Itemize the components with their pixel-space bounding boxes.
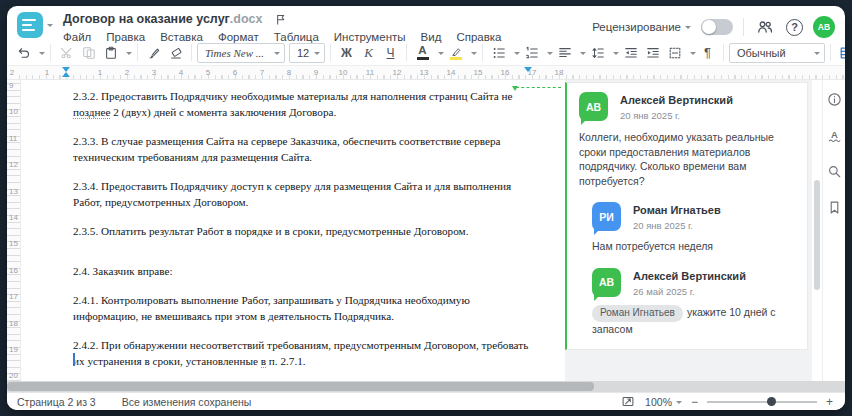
font-size-select[interactable]: 12 <box>289 43 325 63</box>
ruler-number: 15 <box>9 239 18 248</box>
doc-paragraph[interactable]: 2.3.4. Предоставить Подрядчику доступ к … <box>73 178 551 210</box>
comment-avatar: АВ <box>592 268 621 297</box>
undo-button[interactable] <box>13 42 34 64</box>
paragraph-border-caret-icon[interactable] <box>690 52 696 58</box>
doc-paragraph[interactable]: 2.4.1. Контролировать выполнение Работ, … <box>73 292 551 324</box>
doc-text-run: 2.3.3. В случае размещения Сайта на серв… <box>73 135 501 147</box>
spellcheck-icon[interactable]: А <box>823 124 845 146</box>
comment-thread[interactable]: АВАлексей Вертинский20 янв 2025 г.Коллег… <box>565 82 808 350</box>
ruler-number: 2 <box>10 68 14 77</box>
collaborators-icon[interactable] <box>754 16 776 38</box>
underline-button[interactable]: Ч <box>380 42 401 64</box>
paragraph-style-select[interactable]: Обычный <box>729 43 825 63</box>
comments-scrollbar[interactable] <box>812 80 822 381</box>
desktop-background: Договор на оказание услуг .docx Файл Пра… <box>0 0 852 416</box>
line-spacing-button[interactable] <box>587 42 608 64</box>
document-info-icon[interactable] <box>823 88 845 110</box>
zoom-controls: 100% − + <box>620 395 833 409</box>
comment[interactable]: АВАлексей Вертинский20 янв 2025 г.Коллег… <box>579 92 797 188</box>
status-bar: Страница 2 из 3 Все изменения сохранены … <box>7 392 845 410</box>
logo-caret-icon[interactable] <box>47 24 53 30</box>
zoom-level-select[interactable]: 100% <box>645 396 682 408</box>
bookmark-icon[interactable] <box>823 196 845 218</box>
ruler-number: 9 <box>314 68 318 77</box>
horizontal-scrollbar[interactable] <box>7 381 845 392</box>
increase-indent-button[interactable] <box>642 42 663 64</box>
undo-caret-icon[interactable] <box>39 52 45 58</box>
comment-author: Алексей Вертинский <box>633 268 746 282</box>
page-counter[interactable]: Страница 2 из 3 <box>17 396 96 408</box>
doc-paragraph[interactable]: 2.4. Заказчик вправе: <box>73 263 551 279</box>
document-text[interactable]: 2.3.2. Предоставить Подрядчику необходим… <box>21 80 565 369</box>
ruler-number: 18 <box>555 68 564 77</box>
copy-button[interactable] <box>78 42 99 64</box>
review-mode-dropdown[interactable]: Рецензирование <box>592 21 691 33</box>
doc-text-run: 2.4.1. Контролировать выполнение Работ, … <box>73 294 470 306</box>
ruler-number: 9 <box>9 81 13 90</box>
vertical-ruler[interactable]: 91011121314151617181920 <box>7 80 21 381</box>
zoom-out-button[interactable]: − <box>691 397 698 407</box>
ruler-number: 4 <box>179 68 183 77</box>
paragraph-border-button[interactable] <box>664 42 685 64</box>
ruler-number: 12 <box>9 160 18 169</box>
doc-paragraph[interactable]: 2.3.5. Оплатить результат Работ в порядк… <box>73 223 551 239</box>
doc-text-run: 2 (двух) дней с момента заключения Догов… <box>110 106 336 118</box>
app-logo-icon[interactable] <box>17 12 43 38</box>
zoom-slider[interactable] <box>707 401 817 403</box>
ruler-number: 1 <box>98 68 102 77</box>
show-formatting-marks-button[interactable]: ¶ <box>697 42 718 64</box>
bullet-list-button[interactable] <box>488 42 509 64</box>
highlight-caret-icon[interactable] <box>471 52 477 58</box>
ruler-number: 18 <box>9 319 18 328</box>
bold-button[interactable]: Ж <box>336 42 357 64</box>
ruler-number: 7 <box>260 68 264 77</box>
numbered-list-button[interactable] <box>521 42 542 64</box>
cut-button[interactable] <box>56 42 77 64</box>
review-toggle[interactable] <box>701 19 733 35</box>
paste-caret-icon[interactable] <box>126 52 132 58</box>
doc-paragraph[interactable]: 2.3.2. Предоставить Подрядчику необходим… <box>73 88 551 120</box>
doc-paragraph[interactable]: 2.4.2. При обнаружении несоответствий тр… <box>73 337 551 369</box>
formatting-toolbar: Times New ... 12 Ж К Ч А <box>7 40 845 66</box>
italic-button[interactable]: К <box>358 42 379 64</box>
numbered-list-caret-icon[interactable] <box>547 52 553 58</box>
save-status: Все изменения сохранены <box>122 396 252 408</box>
ruler-number: 13 <box>420 68 429 77</box>
document-page[interactable]: 2.3.2. Предоставить Подрядчику необходим… <box>21 80 565 381</box>
comment-text: Коллеги, необходимо указать реальные сро… <box>579 130 797 188</box>
fit-page-icon[interactable] <box>620 395 636 409</box>
font-color-button[interactable]: А <box>412 42 433 64</box>
format-painter-button[interactable] <box>143 42 164 64</box>
comment-date: 20 янв 2025 г. <box>633 220 721 231</box>
highlight-color-button[interactable] <box>445 42 466 64</box>
horizontal-ruler[interactable]: 21123456789101112131415161718 <box>7 66 845 80</box>
mention-pill[interactable]: Роман Игнатьев <box>592 305 683 323</box>
user-avatar[interactable]: АВ <box>813 16 835 38</box>
zoom-in-button[interactable]: + <box>826 397 833 407</box>
line-spacing-caret-icon[interactable] <box>613 52 619 58</box>
search-icon[interactable] <box>823 160 845 182</box>
favorite-flag-icon[interactable] <box>274 13 287 26</box>
font-family-select[interactable]: Times New ... <box>197 43 285 63</box>
hanging-indent-marker[interactable] <box>62 68 70 77</box>
font-color-caret-icon[interactable] <box>438 52 444 58</box>
comments-panel: АВАлексей Вертинский20 янв 2025 г.Коллег… <box>565 80 812 381</box>
comment-reply[interactable]: РИРоман Игнатьев20 янв 2025 г.Нам потреб… <box>592 202 797 254</box>
align-caret-icon[interactable] <box>580 52 586 58</box>
zoom-slider-thumb[interactable] <box>767 397 776 406</box>
comment-anchor-line <box>516 87 561 88</box>
ruler-number: 16 <box>501 68 510 77</box>
bullet-list-caret-icon[interactable] <box>514 52 520 58</box>
insert-table-button[interactable] <box>836 42 845 64</box>
divider <box>50 44 51 61</box>
ruler-number: 11 <box>366 68 374 77</box>
align-button[interactable] <box>554 42 575 64</box>
comment-reply[interactable]: АВАлексей Вертинский26 май 2025 г.Роман … <box>592 268 797 337</box>
doc-paragraph[interactable]: 2.3.3. В случае размещения Сайта на серв… <box>73 133 551 165</box>
clear-style-button[interactable] <box>165 42 186 64</box>
paste-button[interactable] <box>100 42 121 64</box>
ruler-number: 20 <box>9 371 18 380</box>
decrease-indent-button[interactable] <box>620 42 641 64</box>
help-icon[interactable]: ? <box>786 19 803 36</box>
zoom-caret-icon <box>676 401 682 407</box>
